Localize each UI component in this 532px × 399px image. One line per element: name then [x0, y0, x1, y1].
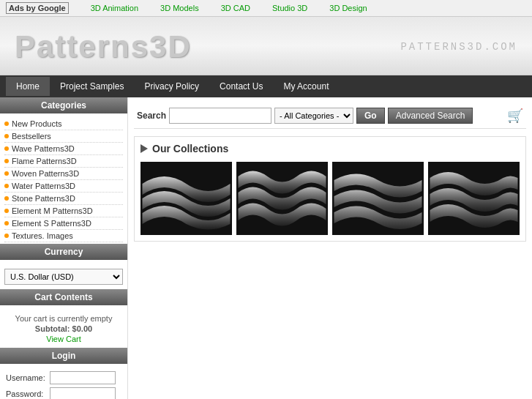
search-go-button[interactable]: Go [356, 108, 385, 124]
main-nav: Home Project Samples Privacy Policy Cont… [0, 75, 532, 97]
password-label: Password: [6, 389, 50, 398]
bullet-icon [4, 234, 9, 238]
bullet-icon [4, 122, 9, 126]
password-input[interactable] [50, 387, 116, 399]
username-label: Username: [6, 373, 50, 382]
list-item[interactable]: Stone Patterns3D [4, 193, 123, 205]
nav-privacy-policy[interactable]: Privacy Policy [134, 77, 209, 96]
collection-item[interactable] [141, 162, 232, 235]
list-item[interactable]: Element S Patterns3D [4, 217, 123, 230]
collections-grid [141, 162, 520, 235]
collections-section: Our Collections [134, 136, 526, 242]
cart-title: Cart Contents [0, 289, 127, 305]
currency-section: U.S. Dollar (USD) [0, 264, 127, 289]
category-select[interactable]: - All Categories - [274, 108, 353, 124]
ad-bar: Ads by Google 3D Animation 3D Models 3D … [0, 0, 532, 17]
nav-my-account[interactable]: My Account [273, 77, 339, 96]
ads-by-google-label: Ads by Google [6, 2, 69, 14]
list-item[interactable]: Bestsellers [4, 130, 123, 143]
category-list: New Products Bestsellers Wave Patterns3D… [0, 116, 127, 244]
cart-icon[interactable]: 🛒 [507, 108, 523, 124]
nav-contact-us[interactable]: Contact Us [209, 77, 273, 96]
collection-item[interactable] [236, 162, 328, 235]
search-bar: Search - All Categories - Go Advanced Se… [134, 103, 526, 129]
list-item[interactable]: Woven Patterns3D [4, 168, 123, 180]
ad-link-3d-cad[interactable]: 3D CAD [221, 4, 250, 12]
sidebar: Categories New Products Bestsellers Wave… [0, 97, 128, 399]
site-header: Patterns3D PATTERNS3D.COM [0, 17, 532, 75]
bullet-icon [4, 184, 9, 188]
bullet-icon [4, 196, 9, 201]
advanced-search-button[interactable]: Advanced Search [388, 108, 473, 124]
list-item[interactable]: Textures. Images [4, 230, 123, 242]
bullet-icon [4, 221, 9, 225]
main-content: Search - All Categories - Go Advanced Se… [128, 97, 532, 399]
ad-link-3d-models[interactable]: 3D Models [160, 4, 199, 12]
bullet-icon [4, 134, 9, 138]
list-item[interactable]: New Products [4, 118, 123, 130]
cart-section: Your cart is currently empty Subtotal: $… [0, 308, 127, 348]
bullet-icon [4, 146, 9, 151]
list-item[interactable]: Wave Patterns3D [4, 143, 123, 155]
collection-item[interactable] [332, 162, 424, 235]
ad-link-studio-3d[interactable]: Studio 3D [272, 4, 307, 12]
bullet-icon [4, 209, 9, 213]
bullet-icon [4, 171, 9, 176]
login-section: Username: Password: Log In Register [0, 367, 127, 399]
ad-link-3d-design[interactable]: 3D Design [329, 4, 367, 12]
site-domain: PATTERNS3D.COM [400, 41, 517, 53]
cart-empty-message: Your cart is currently empty [6, 314, 121, 323]
ad-link-3d-animation[interactable]: 3D Animation [91, 4, 138, 12]
nav-home[interactable]: Home [6, 77, 50, 96]
collection-item[interactable] [428, 162, 520, 235]
currency-select[interactable]: U.S. Dollar (USD) [4, 269, 123, 285]
list-item[interactable]: Element M Patterns3D [4, 205, 123, 217]
cart-subtotal: Subtotal: $0.00 [6, 324, 121, 333]
username-input[interactable] [50, 371, 116, 384]
nav-project-samples[interactable]: Project Samples [50, 77, 134, 96]
collections-title: Our Collections [141, 143, 520, 154]
collections-arrow-icon [141, 144, 148, 153]
search-label: Search [137, 111, 166, 121]
search-input[interactable] [169, 108, 271, 124]
site-title: Patterns3D [15, 29, 192, 64]
currency-title: Currency [0, 244, 127, 260]
list-item[interactable]: Water Patterns3D [4, 180, 123, 193]
bullet-icon [4, 159, 9, 163]
login-title: Login [0, 348, 127, 364]
view-cart-link[interactable]: View Cart [46, 335, 80, 343]
categories-title: Categories [0, 97, 127, 113]
list-item[interactable]: Flame Patterns3D [4, 155, 123, 168]
content-area: Categories New Products Bestsellers Wave… [0, 97, 532, 399]
